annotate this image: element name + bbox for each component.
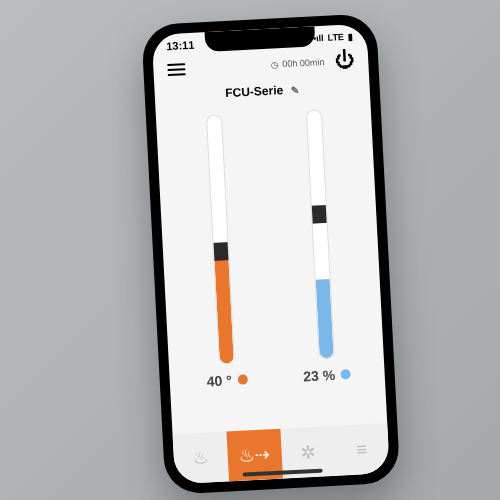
timer-value: 00h 00min bbox=[281, 56, 323, 68]
network-label: LTE bbox=[327, 32, 344, 43]
clock-icon: ◷ bbox=[271, 59, 280, 69]
mode-bar: ♨ ♨⇢ ✲ ≡ bbox=[172, 423, 389, 484]
humidity-handle[interactable] bbox=[305, 205, 332, 224]
status-time: 13:11 bbox=[165, 39, 194, 52]
mode-settings[interactable]: ≡ bbox=[333, 423, 389, 476]
humidity-current: 23 % bbox=[302, 366, 351, 384]
phone-frame: 13:11 •ıll LTE ▮ ◷ 00h 00min ⏻ FCU-Serie… bbox=[141, 13, 400, 495]
screen: 13:11 •ıll LTE ▮ ◷ 00h 00min ⏻ FCU-Serie… bbox=[151, 24, 389, 485]
humidity-slider: 58 % 23 % bbox=[283, 108, 358, 399]
temperature-handle[interactable] bbox=[207, 242, 234, 261]
page-title: FCU-Serie bbox=[224, 83, 283, 100]
status-right: •ıll LTE ▮ bbox=[312, 31, 352, 43]
mode-heat[interactable]: ♨ bbox=[172, 432, 228, 485]
sliders-area: 65 ° 40 ° 58 % 23 % bbox=[155, 99, 385, 410]
humidity-dot-icon bbox=[340, 369, 351, 380]
timer-display: ◷ 00h 00min bbox=[271, 56, 324, 69]
settings-icon: ≡ bbox=[355, 439, 367, 461]
temperature-current: 40 ° bbox=[206, 371, 248, 389]
humidity-track[interactable]: 58 % bbox=[305, 109, 334, 359]
temperature-ticks bbox=[205, 116, 217, 364]
humidity-ticks bbox=[305, 111, 317, 359]
temperature-fill bbox=[213, 252, 233, 364]
temperature-slider: 65 ° 40 ° bbox=[183, 113, 258, 404]
temperature-dot-icon bbox=[237, 374, 248, 385]
temperature-target-badge: 65 ° bbox=[205, 241, 209, 265]
menu-button[interactable] bbox=[167, 63, 186, 76]
temperature-track[interactable]: 65 ° bbox=[205, 114, 234, 364]
heat-fan-icon: ♨⇢ bbox=[238, 443, 270, 467]
fan-icon: ✲ bbox=[299, 441, 315, 464]
humidity-fill bbox=[315, 279, 333, 359]
heat-icon: ♨ bbox=[192, 446, 209, 469]
temperature-current-value: 40 ° bbox=[206, 372, 232, 389]
humidity-current-value: 23 % bbox=[302, 367, 335, 385]
battery-icon: ▮ bbox=[347, 31, 353, 41]
power-button[interactable]: ⏻ bbox=[333, 48, 354, 72]
humidity-target-badge: 58 % bbox=[305, 203, 309, 227]
edit-icon[interactable]: ✎ bbox=[290, 84, 299, 95]
